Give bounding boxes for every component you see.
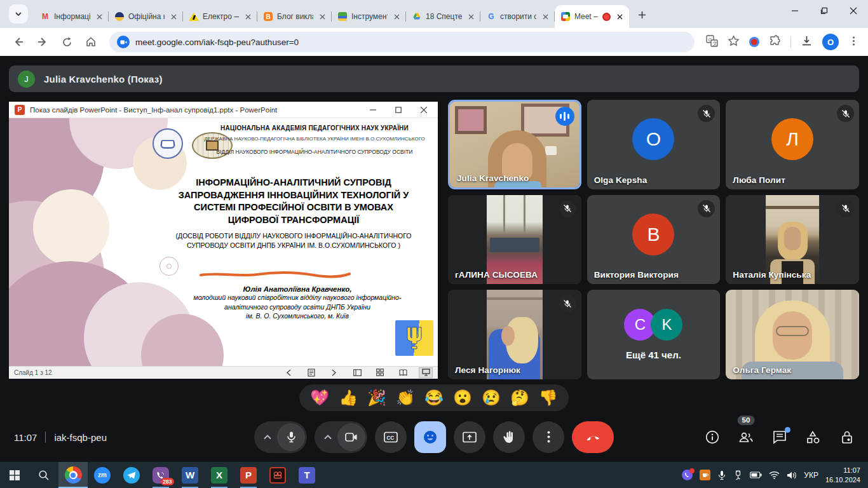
tray-clock[interactable]: 11:07 16.10.2024 xyxy=(825,466,860,484)
normal-view-button[interactable] xyxy=(350,367,364,378)
tab-google-search[interactable]: G створити он xyxy=(480,5,555,28)
maximize-button[interactable] xyxy=(810,0,839,22)
reaction-thumbs-up[interactable]: 👍 xyxy=(339,390,358,405)
reaction-party[interactable]: 🎉 xyxy=(367,390,386,405)
host-controls-button[interactable] xyxy=(839,429,855,445)
tile-olga-kepsha[interactable]: O Olga Kepsha xyxy=(587,100,721,189)
people-button[interactable]: 50 xyxy=(738,429,754,445)
taskbar-excel[interactable]: X xyxy=(205,462,234,488)
browser-menu-icon[interactable] xyxy=(848,36,859,49)
taskbar-chrome[interactable] xyxy=(58,462,88,488)
start-button[interactable] xyxy=(0,462,29,488)
present-button[interactable] xyxy=(454,421,485,453)
end-call-button[interactable] xyxy=(572,421,614,453)
activities-button[interactable] xyxy=(805,429,822,445)
captions-button[interactable]: CC xyxy=(375,421,407,453)
tray-battery-icon[interactable] xyxy=(750,471,762,478)
meeting-info-button[interactable] xyxy=(704,429,721,445)
video-decor xyxy=(524,195,526,233)
reaction-thinking[interactable]: 🤔 xyxy=(510,390,529,405)
tile-viktoria[interactable]: В Виктория Виктория xyxy=(587,195,721,285)
translate-icon[interactable]: G文 xyxy=(706,35,718,50)
screen: M Інформаційн Офіційна ка Електро — Л B … xyxy=(0,0,868,488)
tab-drive[interactable]: 18 Спецтехн xyxy=(406,5,480,28)
tile-julia-kravchenko[interactable]: Julia Kravchenko xyxy=(448,100,581,189)
close-tab-icon[interactable] xyxy=(614,11,625,22)
close-tab-icon[interactable] xyxy=(317,11,327,22)
taskbar-zoom[interactable]: zm xyxy=(88,462,117,488)
reaction-sad[interactable]: 😢 xyxy=(482,390,501,405)
more-options-button[interactable] xyxy=(532,421,564,453)
profile-avatar[interactable]: O xyxy=(822,34,839,50)
taskbar-word[interactable]: W xyxy=(175,462,205,488)
taskbar-recorder[interactable] xyxy=(263,462,292,488)
tray-mic-icon[interactable] xyxy=(717,470,726,480)
close-tab-icon[interactable] xyxy=(391,11,402,22)
tile-lyuba-polyt[interactable]: Л Люба Полит xyxy=(726,100,859,189)
reaction-heart[interactable]: 💖 xyxy=(310,390,329,405)
slide-sorter-button[interactable] xyxy=(373,367,387,378)
tray-wifi-icon[interactable] xyxy=(769,471,780,479)
tray-viber-icon[interactable] xyxy=(682,470,693,480)
tile-more-participants[interactable]: C K Ещё 41 чел. xyxy=(587,290,721,379)
notes-icon[interactable] xyxy=(304,367,318,378)
tab-blog[interactable]: B Блог виклад xyxy=(257,5,332,28)
minimize-button[interactable] xyxy=(780,0,810,22)
translator-extension-icon[interactable] xyxy=(749,37,759,47)
close-tab-icon[interactable] xyxy=(243,11,253,22)
previous-slide-button[interactable] xyxy=(281,367,295,378)
next-slide-button[interactable] xyxy=(327,367,341,378)
participant-name: Julia Kravchenko xyxy=(457,173,529,183)
camera-options-chevron[interactable] xyxy=(318,435,337,440)
tile-olga-germak[interactable]: Ольга Гермак xyxy=(726,290,859,379)
chat-button[interactable] xyxy=(771,429,788,445)
address-bar[interactable]: meet.google.com/iak-fsqb-peu?authuser=0 xyxy=(109,32,695,52)
tab-instruments[interactable]: Інструменти xyxy=(332,5,406,28)
new-tab-button[interactable] xyxy=(633,6,651,24)
extensions-puzzle-icon[interactable] xyxy=(769,35,781,50)
bookmark-star-icon[interactable] xyxy=(728,35,740,50)
slideshow-view-button[interactable] xyxy=(419,367,433,378)
tray-language[interactable]: УКР xyxy=(804,471,818,480)
close-tab-icon[interactable] xyxy=(540,11,550,22)
taskbar-telegram[interactable] xyxy=(117,462,146,488)
mic-toggle-button[interactable] xyxy=(277,423,305,451)
taskbar-viber[interactable]: 283 xyxy=(146,462,175,488)
close-tab-icon[interactable] xyxy=(466,11,476,22)
raise-hand-button[interactable] xyxy=(493,421,525,453)
camera-toggle-button[interactable] xyxy=(337,423,365,451)
tray-usb-icon[interactable] xyxy=(733,470,743,480)
tab-list-button[interactable] xyxy=(9,4,28,24)
forward-button[interactable] xyxy=(33,32,52,51)
ppt-minimize-button[interactable] xyxy=(360,102,386,118)
taskbar-teams[interactable]: T xyxy=(292,462,322,488)
reaction-surprised[interactable]: 😮 xyxy=(453,390,472,405)
reaction-laugh[interactable]: 😂 xyxy=(424,390,444,405)
mic-options-chevron[interactable] xyxy=(258,435,277,440)
close-tab-icon[interactable] xyxy=(94,11,104,22)
tile-lesya-nagornyuk[interactable]: Леся Нагорнюк xyxy=(448,290,581,379)
home-button[interactable] xyxy=(81,32,100,51)
tray-java-icon[interactable] xyxy=(700,470,710,480)
downloads-icon[interactable] xyxy=(801,35,813,50)
back-button[interactable] xyxy=(9,32,28,51)
reload-button[interactable] xyxy=(57,32,76,51)
reactions-button[interactable] xyxy=(414,421,446,453)
reading-view-button[interactable] xyxy=(396,367,410,378)
tile-galina-sysoeva[interactable]: гАЛИНА СЫСОЕВА xyxy=(448,195,581,285)
slide-org-line1: НАЦІОНАЛЬНА АКАДЕМІЯ ПЕДАГОГІЧНИХ НАУК У… xyxy=(196,125,433,132)
tile-natalia-kupinska[interactable]: Наталія Купінська xyxy=(726,195,859,285)
tab-electro[interactable]: Електро — Л xyxy=(183,5,257,28)
ppt-close-button[interactable] xyxy=(411,102,437,118)
close-window-button[interactable] xyxy=(839,0,868,22)
ppt-maximize-button[interactable] xyxy=(386,102,411,118)
tab-gmail[interactable]: M Інформаційн xyxy=(34,5,109,28)
tray-volume-icon[interactable] xyxy=(787,471,797,480)
tab-meet-active[interactable]: Meet – ia xyxy=(555,5,629,28)
search-button[interactable] xyxy=(29,462,58,488)
tab-official-site[interactable]: Офіційна ка xyxy=(109,5,183,28)
reaction-thumbs-down[interactable]: 👎 xyxy=(539,390,558,405)
reaction-clap[interactable]: 👏 xyxy=(396,390,415,405)
close-tab-icon[interactable] xyxy=(168,11,179,22)
taskbar-powerpoint[interactable]: P xyxy=(234,462,263,488)
